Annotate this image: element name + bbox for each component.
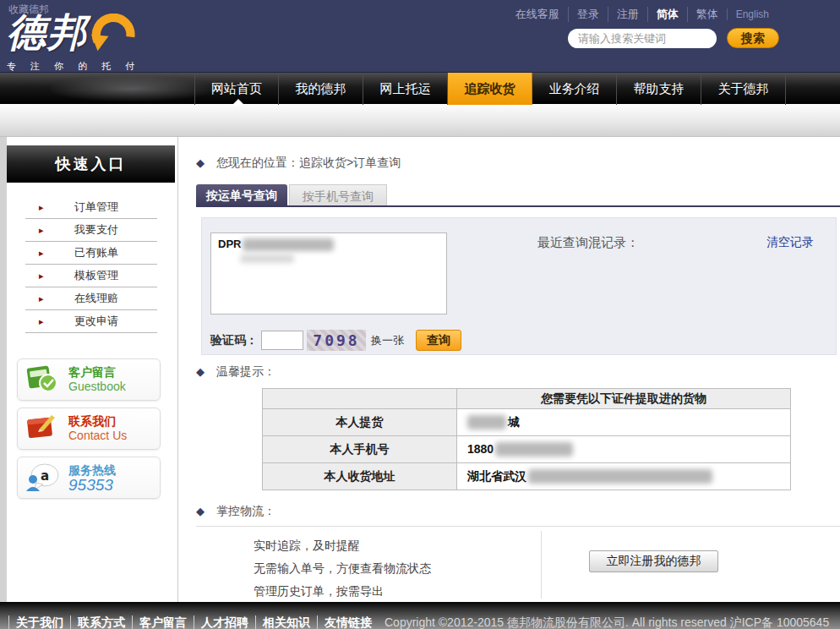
main-nav: 网站首页 我的德邦 网上托运 追踪收货 业务介绍 帮助支持 关于德邦 [0,72,840,104]
logistics-section-title: ◆掌控物流： [196,504,275,519]
footer-recruit-link[interactable]: 人才招聘 [194,615,255,629]
captcha-row: 验证码： 7098 换一张 查询 [210,330,461,351]
quick-entry-title: 快速入口 [7,145,175,183]
content: 快速入口 ▸订单管理 ▸我要支付 ▸已有账单 ▸模板管理 ▸在线理赔 [0,137,840,602]
lang-traditional-link[interactable]: 繁体 [687,7,727,22]
nav-track-delivery[interactable]: 追踪收货 [448,73,532,105]
pickup-credentials-table: 您需要凭以下证件提取进的货物 本人提货 城 本人手机号 1880 本人收货地址 [262,388,791,490]
logo-text: 德邦 [7,14,88,51]
lang-english-link[interactable]: English [727,8,777,20]
sidebar-item-online-claims[interactable]: ▸在线理赔 [25,287,157,310]
nav-home[interactable]: 网站首页 [194,73,279,105]
captcha-label: 验证码： [210,333,258,348]
page: 收藏德邦 德邦 专 注 你 的 托 付 在线客服 登录 注册 简体 繁体 Eng… [0,0,840,629]
table-header-empty-cell [263,389,457,409]
table-row: 本人手机号 1880 [263,436,791,463]
top-links: 在线客服 登录 注册 简体 繁体 English [507,7,777,22]
nav-about-deppon[interactable]: 关于德邦 [701,73,786,105]
nav-help-support[interactable]: 帮助支持 [617,73,701,105]
footer-friendlinks-link[interactable]: 友情链接 [317,615,379,629]
footer-about-link[interactable]: 关于我们 [8,615,70,629]
tab-by-waybill[interactable]: 按运单号查询 [196,184,287,207]
search-input[interactable] [568,29,717,48]
tips-section-title: ◆温馨提示： [196,364,275,380]
sidebar-item-change-request[interactable]: ▸更改申请 [25,310,157,333]
sidebar-item-template-management[interactable]: ▸模板管理 [25,265,157,287]
redacted-waybill-2 [240,254,294,263]
sidebar-item-existing-bills[interactable]: ▸已有账单 [25,242,157,265]
register-now-button[interactable]: 立即注册我的德邦 [589,550,718,572]
bullet-icon: ▸ [39,196,44,218]
captcha-refresh-link[interactable]: 换一张 [371,333,404,348]
row-value-phone: 1880 [457,436,791,463]
login-link[interactable]: 登录 [568,7,608,22]
svg-text:a: a [41,468,49,484]
sub-nav-strip [0,104,840,137]
quick-entry-menu: ▸订单管理 ▸我要支付 ▸已有账单 ▸模板管理 ▸在线理赔 ▸更改申请 [7,196,167,333]
footer-guestbook-link[interactable]: 客户留言 [132,615,194,629]
sidebar-item-pay[interactable]: ▸我要支付 [25,219,157,242]
tab-underline [196,205,840,207]
row-value-pickup: 城 [457,409,791,436]
footer-contact-link[interactable]: 联系方式 [70,615,132,629]
table-row: 本人收货地址 湖北省武汉 [263,463,791,490]
logistics-benefits: 实时追踪，及时提醒 无需输入单号，方便查看物流状态 管理历史订单，按需导出 [254,534,431,603]
redacted-phone [495,442,573,457]
nav-pointer-icon [232,99,244,105]
main-column: ◆您现在的位置：追踪收货>订单查询 按运单号查询 按手机号查询 DPR 最近查询… [196,137,840,602]
bullet-icon: ▸ [39,287,44,309]
nav-business-intro[interactable]: 业务介绍 [532,73,617,105]
benefit-line: 无需输入单号，方便查看物流状态 [254,557,431,580]
search-bar: 搜索 [568,28,779,48]
register-link[interactable]: 注册 [608,7,647,22]
query-panel: DPR 最近查询混记录： 清空记录 验证码： 7098 换一张 查询 [201,217,837,355]
breadcrumb: ◆您现在的位置：追踪收货>订单查询 [196,156,401,171]
query-button[interactable]: 查询 [416,330,461,351]
captcha-input[interactable] [261,331,303,350]
row-label-phone: 本人手机号 [263,436,457,463]
contact-title: 联系我们 [68,414,127,429]
lang-simplified-link[interactable]: 简体 [647,7,687,22]
redacted-waybill [243,238,334,251]
redacted-address [528,469,712,484]
guestbook-subtitle: Guestbook [68,380,126,394]
copyright-text: Copyright ©2012-2015 德邦物流股份有限公司. All rig… [385,615,829,629]
sidebar-item-order-management[interactable]: ▸订单管理 [25,196,157,219]
table-header-cell: 您需要凭以下证件提取进的货物 [457,389,791,409]
tab-by-phone[interactable]: 按手机号查询 [289,184,387,207]
row-value-address: 湖北省武汉 [457,463,791,490]
logo-arrow-icon [90,14,137,57]
logistics-divider [196,526,840,527]
diamond-icon: ◆ [196,156,205,169]
hotline-box[interactable]: a 服务热线 95353 [17,457,161,499]
contact-subtitle: Contact Us [68,429,127,443]
diamond-icon: ◆ [196,365,205,378]
nav-my-deppon[interactable]: 我的德邦 [279,73,363,105]
guestbook-title: 客户留言 [68,365,126,380]
search-button[interactable]: 搜索 [727,28,779,48]
waybill-input[interactable]: DPR [210,232,447,314]
bullet-icon: ▸ [39,242,44,264]
footer: 关于我们 联系方式 客户留言 人才招聘 相关知识 友情链接 Copyright … [0,602,840,629]
benefit-line: 实时追踪，及时提醒 [254,534,431,557]
logo-tagline: 专 注 你 的 托 付 [7,60,140,73]
captcha-image[interactable]: 7098 [307,330,366,351]
recent-records-label: 最近查询混记录： [537,235,639,251]
clear-records-link[interactable]: 清空记录 [766,235,814,250]
online-service-link[interactable]: 在线客服 [507,7,568,22]
logo[interactable]: 德邦 专 注 你 的 托 付 [7,14,140,73]
diamond-icon: ◆ [196,505,205,517]
footer-knowledge-link[interactable]: 相关知识 [255,615,317,629]
table-header-row: 您需要凭以下证件提取进的货物 [263,389,791,409]
guestbook-icon [23,363,62,397]
guestbook-box[interactable]: 客户留言 Guestbook [17,358,161,401]
nav-online-shipping[interactable]: 网上托运 [363,73,448,105]
smoke-decoration [51,76,211,101]
row-label-address: 本人收货地址 [263,463,457,490]
bullet-icon: ▸ [39,219,44,241]
contact-box[interactable]: 联系我们 Contact Us [17,407,161,450]
redacted-name [467,415,506,429]
row-label-pickup: 本人提货 [263,409,457,436]
left-edge-strip [0,137,7,602]
benefit-line: 管理历史订单，按需导出 [254,580,431,603]
